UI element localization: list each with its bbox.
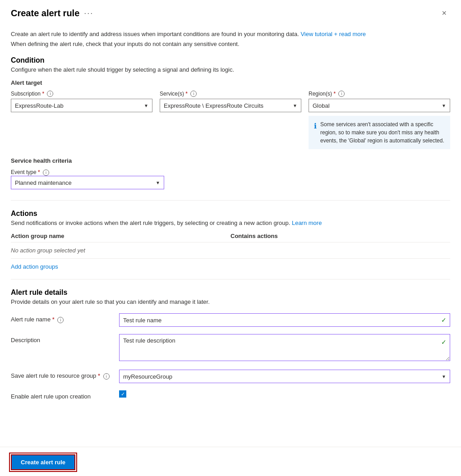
regions-required: * <box>333 91 336 97</box>
services-label: Service(s) * i <box>160 91 301 97</box>
region-info-callout: ℹ Some services aren't associated with a… <box>309 116 450 149</box>
service-health-label: Service health criteria <box>11 157 450 164</box>
description-row: Description ✓ <box>11 334 450 362</box>
actions-section: Actions Send notifications or invoke act… <box>11 210 450 270</box>
description-label: Description <box>11 334 119 343</box>
create-alert-rule-panel: Create alert rule ··· × Create an alert … <box>0 0 461 476</box>
divider-1 <box>11 200 450 201</box>
service-health-section: Service health criteria Event type * i P… <box>11 157 450 189</box>
services-info-icon[interactable]: i <box>190 91 197 97</box>
resource-group-label: Save alert rule to resource group * i <box>11 370 119 380</box>
learn-more-link[interactable]: Learn more <box>292 220 322 226</box>
alert-rule-name-label: Alert rule name * i <box>11 313 119 323</box>
event-type-info-icon[interactable]: i <box>43 169 49 176</box>
alert-rule-details-title: Alert rule details <box>11 288 450 297</box>
resource-group-dropdown[interactable]: myResourceGroup ▼ <box>119 370 450 383</box>
enable-checkbox-row <box>119 390 450 398</box>
divider-2 <box>11 279 450 279</box>
create-alert-rule-button[interactable]: Create alert rule <box>11 454 75 470</box>
view-tutorial-link[interactable]: View tutorial + read more <box>300 31 366 37</box>
name-valid-icon: ✓ <box>441 316 447 324</box>
subscription-group: Subscription * i ExpressRoute-Lab ▼ <box>11 91 152 113</box>
rg-info-icon[interactable]: i <box>103 373 110 380</box>
actions-desc: Send notifications or invoke actions whe… <box>11 220 450 226</box>
condition-section-title: Condition <box>11 56 450 64</box>
panel-title-dots: ··· <box>84 9 93 18</box>
services-group: Service(s) * i ExpressRoute \ ExpressRou… <box>160 91 301 113</box>
desc-valid-icon: ✓ <box>441 339 447 346</box>
regions-info-icon[interactable]: i <box>338 91 345 97</box>
description-input-wrapper: ✓ <box>119 334 450 362</box>
condition-desc: Configure when the alert rule should tri… <box>11 66 450 73</box>
subscription-chevron-icon: ▼ <box>144 103 148 108</box>
alert-rule-details-section: Alert rule details Provide details on yo… <box>11 288 450 400</box>
regions-dropdown[interactable]: Global ▼ <box>309 99 450 112</box>
resource-group-row: Save alert rule to resource group * i my… <box>11 370 450 383</box>
add-action-groups-link[interactable]: Add action groups <box>11 263 58 270</box>
name-info-icon[interactable]: i <box>57 317 64 323</box>
event-type-dropdown[interactable]: Planned maintenance ▼ <box>11 176 164 189</box>
description-textarea[interactable] <box>119 334 450 361</box>
footer: Create alert rule <box>0 447 461 476</box>
subscription-info-icon[interactable]: i <box>47 91 53 97</box>
alert-target-section: Alert target Subscription * i ExpressRou… <box>11 79 450 150</box>
rg-chevron-icon: ▼ <box>442 374 446 379</box>
regions-group: Region(s) * i Global ▼ ℹ Some services a… <box>309 91 450 150</box>
enable-row: Enable alert rule upon creation <box>11 390 450 400</box>
name-required: * <box>52 316 55 323</box>
callout-info-icon: ℹ <box>314 121 317 145</box>
alert-rule-name-row: Alert rule name * i ✓ <box>11 313 450 327</box>
content-area: Create an alert rule to identify and add… <box>0 24 461 447</box>
close-button[interactable]: × <box>438 7 450 19</box>
panel-title: Create alert rule <box>11 8 79 18</box>
subscription-required: * <box>42 91 44 97</box>
alert-rule-name-input[interactable] <box>119 313 450 327</box>
event-type-chevron-icon: ▼ <box>156 180 160 185</box>
event-type-group: Event type * i Planned maintenance ▼ <box>11 169 164 189</box>
actions-section-title: Actions <box>11 210 450 218</box>
dropdowns-row: Subscription * i ExpressRoute-Lab ▼ Serv… <box>11 91 450 150</box>
services-dropdown[interactable]: ExpressRoute \ ExpressRoute Circuits ▼ <box>160 99 301 112</box>
alert-target-label: Alert target <box>11 79 450 86</box>
warning-text: When defining the alert rule, check that… <box>11 41 450 47</box>
col-contains-actions: Contains actions <box>230 233 450 239</box>
regions-chevron-icon: ▼ <box>442 103 446 108</box>
alert-rule-details-desc: Provide details on your alert rule so th… <box>11 298 450 305</box>
regions-label: Region(s) * i <box>309 91 450 97</box>
event-type-required: * <box>38 169 40 175</box>
subscription-label: Subscription * i <box>11 91 152 97</box>
resource-group-input-wrapper: myResourceGroup ▼ <box>119 370 450 383</box>
event-type-label: Event type * i <box>11 169 49 175</box>
enable-checkbox[interactable] <box>119 390 126 398</box>
enable-label: Enable alert rule upon creation <box>11 390 119 400</box>
intro-text: Create an alert rule to identify and add… <box>11 30 450 39</box>
services-chevron-icon: ▼ <box>293 103 297 108</box>
rg-required: * <box>98 372 100 379</box>
col-action-group-name: Action group name <box>11 233 230 239</box>
actions-table-header: Action group name Contains actions <box>11 233 450 243</box>
panel-header: Create alert rule ··· × <box>0 0 461 24</box>
subscription-dropdown[interactable]: ExpressRoute-Lab ▼ <box>11 99 152 112</box>
alert-rule-name-input-wrapper: ✓ <box>119 313 450 327</box>
services-required: * <box>185 91 188 97</box>
actions-empty-row: No action group selected yet <box>11 243 450 259</box>
